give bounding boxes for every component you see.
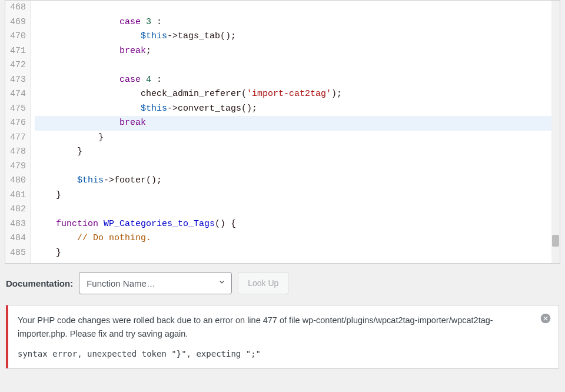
line-number-gutter: 4684694704714724734744754764774784794804…	[5, 1, 31, 263]
scroll-thumb[interactable]	[552, 235, 559, 247]
code-line[interactable]: }	[35, 131, 560, 145]
line-number: 471	[9, 44, 26, 59]
code-line[interactable]: check_admin_referer('import-cat2tag');	[35, 87, 560, 102]
line-number: 478	[9, 145, 26, 160]
line-number: 470	[9, 29, 26, 44]
error-notice: Your PHP code changes were rolled back d…	[6, 305, 559, 368]
code-line[interactable]	[35, 202, 560, 217]
line-number: 482	[9, 202, 26, 217]
line-number: 469	[9, 15, 26, 30]
documentation-label: Documentation:	[6, 278, 73, 288]
code-line[interactable]: break	[35, 116, 560, 131]
error-message: Your PHP code changes were rolled back d…	[18, 314, 533, 341]
editor-viewport[interactable]: 4684694704714724734744754764774784794804…	[5, 1, 560, 263]
code-line[interactable]	[35, 1, 560, 15]
code-line[interactable]: }	[35, 188, 560, 203]
code-line[interactable]: $this->tags_tab();	[35, 29, 560, 44]
close-icon	[540, 313, 551, 324]
line-number: 485	[9, 246, 26, 261]
code-line[interactable]: case 3 :	[35, 15, 560, 30]
line-number: 472	[9, 58, 26, 73]
function-name-select-wrap: Function Name…	[79, 272, 232, 294]
line-number: 468	[9, 1, 26, 15]
code-line[interactable]: }	[35, 145, 560, 160]
line-number: 476	[9, 116, 26, 131]
code-line[interactable]: $this->footer();	[35, 174, 560, 188]
error-detail: syntax error, unexpected token "}", expe…	[18, 349, 533, 358]
vertical-scrollbar[interactable]	[551, 1, 560, 263]
line-number: 479	[9, 160, 26, 174]
line-number: 474	[9, 87, 26, 102]
line-number: 480	[9, 174, 26, 188]
code-line[interactable]: break;	[35, 44, 560, 59]
line-number: 484	[9, 231, 26, 246]
code-line[interactable]: // Do nothing.	[35, 231, 560, 246]
line-number: 483	[9, 217, 26, 232]
code-line[interactable]	[35, 58, 560, 73]
function-name-select[interactable]: Function Name…	[79, 272, 232, 294]
line-number: 475	[9, 102, 26, 117]
code-line[interactable]	[35, 160, 560, 174]
code-line[interactable]: }	[35, 246, 560, 261]
line-number: 477	[9, 131, 26, 145]
documentation-bar: Documentation: Function Name… Look Up	[0, 264, 565, 305]
code-area[interactable]: case 3 : $this->tags_tab(); break; case …	[31, 1, 560, 263]
code-line[interactable]: function WP_Categories_to_Tags() {	[35, 217, 560, 232]
dismiss-notice-button[interactable]	[539, 311, 553, 325]
line-number: 473	[9, 73, 26, 88]
code-line[interactable]: case 4 :	[35, 73, 560, 88]
code-line[interactable]: $this->convert_tags();	[35, 102, 560, 117]
line-number: 481	[9, 188, 26, 203]
look-up-button[interactable]: Look Up	[238, 272, 288, 294]
code-editor: 4684694704714724734744754764774784794804…	[5, 0, 560, 264]
